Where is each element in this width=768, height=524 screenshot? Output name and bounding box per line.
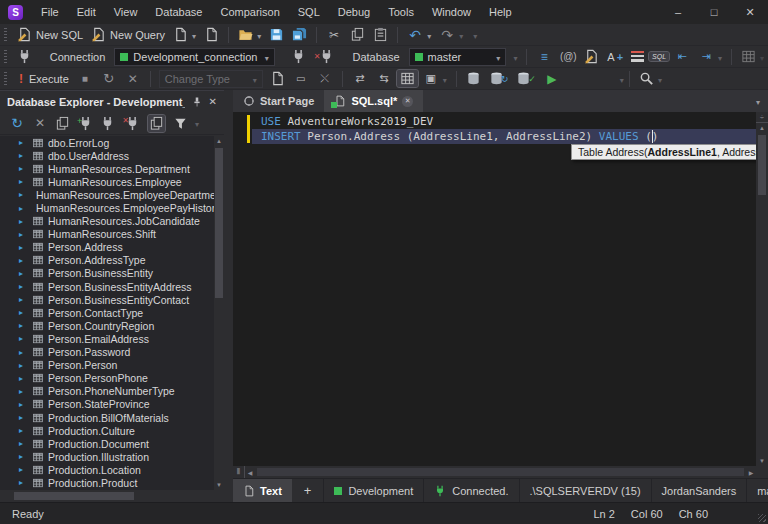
- panel-close-icon[interactable]: ✕: [209, 96, 217, 107]
- chevron-down-icon[interactable]: [443, 73, 447, 85]
- expand-chevron-icon[interactable]: [19, 321, 28, 330]
- rename-button[interactable]: [581, 48, 602, 65]
- compare-right-button[interactable]: ⇆: [373, 70, 395, 88]
- toolbar-grip[interactable]: [4, 50, 7, 64]
- tab-start-page[interactable]: Start Page: [233, 90, 324, 112]
- expand-chevron-icon[interactable]: [19, 334, 28, 343]
- split-editor-handle[interactable]: ÷: [756, 112, 768, 123]
- parameters-button[interactable]: ≡: [533, 48, 555, 66]
- save-all-button[interactable]: [289, 26, 310, 43]
- expand-chevron-icon[interactable]: [19, 217, 28, 226]
- expand-chevron-icon[interactable]: [19, 151, 28, 160]
- new-file-button[interactable]: [201, 26, 222, 43]
- tab-sql-document[interactable]: SQL.sql* ✕: [324, 90, 423, 112]
- scroll-right-icon[interactable]: ▶: [746, 467, 756, 477]
- scroll-left-icon[interactable]: ◀: [245, 467, 255, 477]
- copy-object-button[interactable]: [148, 115, 165, 132]
- expand-chevron-icon[interactable]: [19, 177, 28, 186]
- table-tree-item[interactable]: Production.Location: [0, 463, 214, 476]
- tab-close-icon[interactable]: ✕: [402, 96, 413, 107]
- copy-button[interactable]: [347, 26, 368, 43]
- table-tree-item[interactable]: Person.CountryRegion: [0, 319, 214, 332]
- expand-chevron-icon[interactable]: [19, 269, 28, 278]
- expand-chevron-icon[interactable]: [19, 190, 28, 199]
- scrollbar-thumb[interactable]: [215, 148, 223, 298]
- menu-item[interactable]: SQL: [289, 0, 329, 24]
- expand-chevron-icon[interactable]: [19, 164, 28, 173]
- toolbar-grip[interactable]: [4, 72, 7, 86]
- expand-chevron-icon[interactable]: [19, 400, 28, 409]
- table-tree-item[interactable]: Person.BusinessEntity: [0, 267, 214, 280]
- compare-left-button[interactable]: ⇄: [349, 70, 371, 88]
- chevron-down-icon[interactable]: [718, 51, 722, 63]
- maximize-button[interactable]: □: [696, 0, 732, 24]
- scroll-up-icon[interactable]: ▲: [757, 123, 767, 133]
- table-tree-item[interactable]: Person.AddressType: [0, 254, 214, 267]
- expand-chevron-icon[interactable]: [19, 204, 28, 213]
- splitter-handle[interactable]: ⫴: [233, 466, 245, 478]
- delete-icon[interactable]: ✕: [32, 115, 48, 131]
- expand-chevron-icon[interactable]: [19, 452, 28, 461]
- scrollbar-thumb[interactable]: [257, 468, 744, 476]
- chevron-down-icon[interactable]: [658, 73, 662, 85]
- change-type-select[interactable]: Change Type: [159, 70, 263, 88]
- font-increase-button[interactable]: A+: [604, 50, 626, 64]
- table-tree-item[interactable]: Person.Person: [0, 359, 214, 372]
- expand-chevron-icon[interactable]: [19, 138, 28, 147]
- paste-button[interactable]: [370, 26, 391, 43]
- expand-chevron-icon[interactable]: [19, 243, 28, 252]
- new-sql-button[interactable]: New SQL: [14, 26, 86, 43]
- document-outline-button[interactable]: [267, 70, 288, 87]
- expand-chevron-icon[interactable]: [19, 361, 28, 370]
- table-tree-item[interactable]: Production.Culture: [0, 424, 214, 437]
- tab-list-chevron[interactable]: [756, 95, 760, 107]
- new-query-button[interactable]: New Query: [88, 26, 168, 43]
- disconnect-icon[interactable]: ✕: [122, 116, 140, 131]
- expand-chevron-icon[interactable]: [19, 426, 28, 435]
- rollback-button[interactable]: ↻: [98, 70, 120, 88]
- commit-data-button[interactable]: ✓: [513, 70, 539, 87]
- connect-button[interactable]: [288, 48, 309, 65]
- table-tree-item[interactable]: Person.ContactType: [0, 306, 214, 319]
- scroll-up-icon[interactable]: ▲: [214, 136, 224, 146]
- menu-item[interactable]: View: [105, 0, 147, 24]
- menu-item[interactable]: Database: [146, 0, 211, 24]
- table-tree-item[interactable]: Person.PhoneNumberType: [0, 385, 214, 398]
- search-data-button[interactable]: [636, 70, 665, 87]
- explorer-overflow-chevron[interactable]: [195, 117, 199, 129]
- cut-button[interactable]: ✂: [323, 26, 345, 44]
- at-mentions-button[interactable]: (@): [557, 48, 579, 66]
- data-grid-button[interactable]: [397, 70, 418, 87]
- close-button[interactable]: ✕: [732, 0, 768, 24]
- undo-button[interactable]: ↶: [404, 26, 434, 44]
- toolbar-overflow-chevron[interactable]: [473, 29, 477, 41]
- save-button[interactable]: [266, 26, 287, 43]
- sql-editor[interactable]: USE AdventureWorks2019_DEV INSERT Person…: [233, 112, 756, 466]
- expand-chevron-icon[interactable]: [19, 348, 28, 357]
- minimize-button[interactable]: –: [660, 0, 696, 24]
- table-tree-item[interactable]: HumanResources.Department: [0, 162, 214, 175]
- menu-item[interactable]: Window: [423, 0, 480, 24]
- table-tree-item[interactable]: HumanResources.JobCandidate: [0, 215, 214, 228]
- table-tree-item[interactable]: HumanResources.Employee: [0, 175, 214, 188]
- stop-button[interactable]: ■: [74, 70, 96, 88]
- tree-horizontal-scrollbar[interactable]: [0, 490, 214, 502]
- redo-button[interactable]: ↷: [436, 26, 466, 44]
- chevron-down-icon[interactable]: [192, 29, 196, 41]
- execute-button[interactable]: ! Execute: [14, 71, 72, 87]
- table-tree-item[interactable]: Production.Document: [0, 437, 214, 450]
- scrollbar-thumb[interactable]: [14, 492, 134, 500]
- tab-text-view[interactable]: Text: [233, 479, 292, 502]
- open-file-button[interactable]: [235, 26, 264, 43]
- menu-item[interactable]: Tools: [379, 0, 423, 24]
- table-tree-item[interactable]: Person.PersonPhone: [0, 372, 214, 385]
- expand-chevron-icon[interactable]: [19, 413, 28, 422]
- expand-chevron-icon[interactable]: [19, 465, 28, 474]
- table-tree-item[interactable]: Person.BusinessEntityAddress: [0, 280, 214, 293]
- table-tree-item[interactable]: Person.EmailAddress: [0, 332, 214, 345]
- disconnect-button[interactable]: ✕: [311, 48, 338, 65]
- editor-vertical-scrollbar[interactable]: ÷ ▲ ▼: [756, 112, 768, 466]
- expand-chevron-icon[interactable]: [19, 374, 28, 383]
- database-select[interactable]: master: [409, 48, 507, 66]
- shuffle-button[interactable]: ⤬: [314, 70, 336, 88]
